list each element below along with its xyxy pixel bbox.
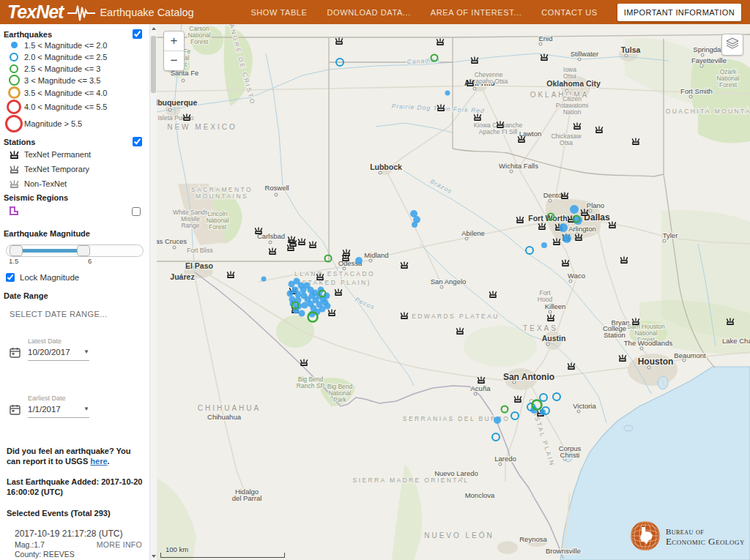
station-marker[interactable] [573,122,581,130]
magnitude-range-slider[interactable] [6,244,144,257]
earthquake-marker[interactable] [526,247,533,254]
earliest-date-value[interactable]: 1/1/2017 [28,405,83,414]
earthquake-marker[interactable] [355,257,363,264]
earthquake-marker[interactable] [295,291,302,298]
map-label: Reynosa [519,535,547,543]
sidebar-scrollbar[interactable] [149,24,157,560]
seismic-regions-checkbox[interactable] [132,207,141,216]
latest-date-field[interactable]: 10/20/2017 ▼ [28,345,89,361]
earthquake-marker[interactable] [559,223,568,232]
earthquake-marker[interactable] [540,394,547,401]
station-marker[interactable] [328,309,335,316]
brand[interactable]: TexNet Earthquake Catalog [0,3,194,22]
scrollbar-up-arrow[interactable] [150,24,157,32]
scrollbar-down-arrow[interactable] [150,552,157,560]
station-legend-item[interactable]: Non-TexNet [4,177,149,190]
earthquake-marker[interactable] [445,91,450,96]
station-marker[interactable] [489,291,497,298]
legend-item[interactable]: 3.5 < Magnitude <= 4.0 [4,86,149,99]
station-legend-item[interactable]: TexNet Temporary [4,163,149,176]
station-marker[interactable] [474,113,481,121]
menu-show-table[interactable]: SHOW TABLE [250,8,307,17]
station-marker[interactable] [309,241,316,248]
station-marker[interactable] [298,238,305,245]
earthquake-marker[interactable] [541,242,547,248]
map[interactable]: CarsonNationalForestSanta FeNationalFore… [156,24,750,560]
station-marker[interactable] [620,256,628,264]
menu-download-data[interactable]: DOWNLOAD DATA... [327,8,411,17]
station-marker[interactable] [437,38,444,45]
city-dot [578,58,581,61]
city-dot [569,280,572,283]
station-marker[interactable] [401,261,408,269]
station-marker[interactable] [227,271,234,278]
calendar-icon[interactable] [4,395,28,418]
station-marker[interactable] [255,227,262,234]
dropdown-caret-icon[interactable]: ▼ [83,406,89,412]
earthquakes-layer-checkbox[interactable] [133,29,142,39]
dropdown-caret-icon[interactable]: ▼ [83,349,89,355]
earthquake-marker[interactable] [562,234,571,243]
legend-item[interactable]: 4.0 < Magnitude <= 5.5 [4,100,149,114]
earthquake-marker[interactable] [570,205,579,214]
usgs-report-link[interactable]: here [90,457,107,466]
earthquake-marker[interactable] [553,393,560,400]
earliest-date-field[interactable]: 1/1/2017 ▼ [28,402,89,418]
earthquake-marker[interactable] [325,255,332,262]
calendar-icon[interactable] [4,337,28,361]
station-marker[interactable] [335,288,342,296]
earthquake-marker[interactable] [511,412,519,419]
station-marker[interactable] [595,126,603,133]
station-marker[interactable] [456,327,464,335]
map-label: CarsonNationalForest [188,25,210,45]
earthquake-marker[interactable] [573,216,582,225]
earthquake-marker[interactable] [502,406,508,413]
station-legend-item[interactable]: TexNet Permanent [4,148,149,161]
station-marker[interactable] [516,216,524,223]
earthquake-marker[interactable] [324,303,331,310]
more-info-button[interactable]: MORE INFO [97,540,142,549]
earthquake-marker[interactable] [299,310,305,317]
slider-handle-min[interactable] [10,245,23,256]
legend-item[interactable]: 1.5 < Magnitude <= 2.0 [4,40,149,51]
important-information-button[interactable]: IMPORTANT INFORMATION [617,4,741,21]
city-dot [700,64,703,67]
earthquake-marker[interactable] [287,291,294,297]
station-marker[interactable] [401,312,408,319]
legend-item[interactable]: 2.0 < Magnitude <= 2.5 [4,51,149,62]
station-marker[interactable] [300,359,308,366]
earthquake-marker[interactable] [412,222,417,228]
earthquake-marker[interactable] [492,433,500,441]
earliest-date-group: Earliest Date 1/1/2017 ▼ [4,395,149,418]
latest-date-value[interactable]: 10/20/2017 [28,348,83,356]
menu-contact-us[interactable]: CONTACT US [541,8,598,17]
lock-magnitude-checkbox[interactable] [6,273,15,282]
map-label: NUEVO LEÓN [424,531,494,540]
scrollbar-thumb[interactable] [151,36,156,93]
legend-item[interactable]: 2.5 < Magnitude <= 3 [4,63,149,74]
station-marker[interactable] [288,236,295,243]
select-date-range-button[interactable]: SELECT DATE RANGE... [10,310,149,318]
legend-item[interactable]: 3 < Magnitude <= 3.5 [4,75,149,86]
map-label: Las Cruces [156,237,187,245]
slider-handle-max[interactable] [77,245,90,256]
station-marker[interactable] [335,37,343,45]
station-marker[interactable] [619,354,626,362]
station-marker[interactable] [471,56,478,64]
earthquake-marker[interactable] [261,277,267,282]
station-marker[interactable] [562,259,569,266]
station-marker[interactable] [514,395,521,403]
earthquake-marker[interactable] [494,417,501,424]
station-marker[interactable] [632,138,639,145]
menu-area-of-interest[interactable]: AREA OF INTEREST... [431,8,521,17]
zoom-in-button[interactable]: + [164,31,184,51]
stations-layer-checkbox[interactable] [133,137,142,146]
zoom-out-button[interactable]: − [164,51,184,70]
basemap-layers-button[interactable] [721,34,743,56]
station-marker[interactable] [269,247,276,255]
earthquake-marker[interactable] [302,302,308,309]
legend-item[interactable]: Magnitude > 5.5 [4,115,149,132]
station-marker[interactable] [632,318,639,325]
station-marker[interactable] [547,314,554,321]
map-canvas[interactable]: CarsonNationalForestSanta FeNationalFore… [156,24,750,560]
